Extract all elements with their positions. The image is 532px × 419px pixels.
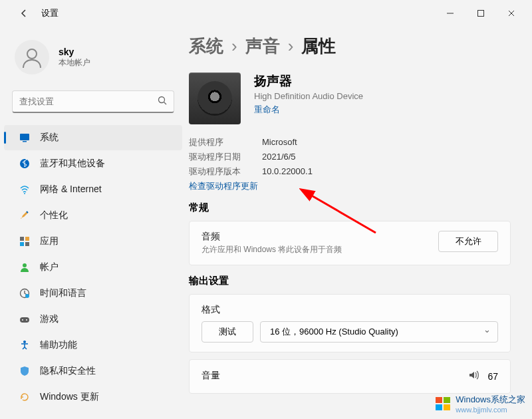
sidebar-item-accounts[interactable]: 帐户 — [4, 255, 182, 280]
svg-rect-11 — [20, 242, 24, 246]
chevron-right-icon: › — [231, 36, 237, 57]
maximize-button[interactable] — [466, 3, 496, 24]
volume-value: 67 — [487, 371, 498, 382]
svg-rect-9 — [20, 237, 24, 241]
svg-point-2 — [27, 49, 37, 59]
sidebar-item-apps[interactable]: 应用 — [4, 229, 182, 254]
windows-logo-icon — [434, 395, 452, 412]
driver-info: 提供程序Microsoft 驱动程序日期2021/6/5 驱动程序版本10.0.… — [189, 135, 511, 192]
bluetooth-icon — [19, 158, 31, 170]
disallow-button[interactable]: 不允许 — [438, 231, 498, 252]
driver-date-value: 2021/6/5 — [262, 150, 296, 164]
svg-rect-6 — [23, 141, 27, 142]
sidebar-item-label: 系统 — [40, 132, 59, 144]
svg-rect-10 — [25, 237, 29, 241]
user-name: sky — [59, 47, 90, 57]
svg-point-3 — [159, 96, 165, 102]
volume-title: 音量 — [201, 370, 460, 382]
person-icon — [19, 261, 31, 273]
sidebar-item-label: 帐户 — [40, 261, 59, 273]
svg-line-4 — [164, 102, 167, 104]
watermark: Windows系统之家 www.bjjmlv.com — [434, 394, 525, 414]
breadcrumb-current: 属性 — [301, 35, 336, 58]
window-title: 设置 — [41, 7, 59, 19]
svg-rect-1 — [478, 11, 484, 17]
sidebar-item-label: 隐私和安全性 — [40, 365, 96, 377]
sidebar-item-label: 时间和语言 — [40, 287, 86, 299]
sidebar-item-bluetooth[interactable]: 蓝牙和其他设备 — [4, 151, 182, 176]
sidebar-item-gaming[interactable]: 游戏 — [4, 307, 182, 332]
watermark-url: www.bjjmlv.com — [456, 406, 525, 414]
breadcrumb-system[interactable]: 系统 — [189, 35, 223, 58]
svg-point-18 — [26, 319, 27, 321]
sidebar-item-accessibility[interactable]: 辅助功能 — [4, 333, 182, 358]
svg-point-15 — [25, 294, 29, 298]
svg-rect-5 — [20, 134, 29, 140]
sidebar-item-personalization[interactable]: 个性化 — [4, 203, 182, 228]
device-name: 扬声器 — [254, 72, 363, 90]
sidebar-item-privacy[interactable]: 隐私和安全性 — [4, 358, 182, 384]
check-driver-update-link[interactable]: 检查驱动程序更新 — [189, 180, 511, 192]
audio-card: 音频 允许应用和 Windows 将此设备用于音频 不允许 — [189, 221, 511, 265]
avatar — [15, 40, 49, 74]
wifi-icon — [19, 184, 31, 196]
search-icon — [158, 96, 167, 108]
svg-point-17 — [22, 319, 23, 321]
display-icon — [19, 132, 31, 144]
sidebar-item-label: 应用 — [40, 235, 59, 247]
apps-icon — [19, 235, 31, 247]
volume-icon — [467, 369, 479, 384]
sidebar-item-windows-update[interactable]: Windows 更新 — [4, 384, 182, 410]
output-section-header: 输出设置 — [189, 275, 511, 287]
format-dropdown[interactable]: 16 位，96000 Hz (Studio Quality) — [260, 321, 498, 343]
close-button[interactable] — [496, 3, 527, 24]
accessibility-icon — [19, 339, 31, 351]
provider-label: 提供程序 — [189, 135, 249, 150]
shield-icon — [19, 365, 31, 377]
driver-version-label: 驱动程序版本 — [189, 164, 249, 179]
game-icon — [19, 313, 31, 325]
audio-desc: 允许应用和 Windows 将此设备用于音频 — [201, 244, 430, 255]
rename-link[interactable]: 重命名 — [254, 104, 363, 116]
svg-rect-22 — [444, 397, 450, 403]
user-block[interactable]: sky 本地帐户 — [0, 35, 186, 86]
format-card: 格式 测试 16 位，96000 Hz (Studio Quality) — [189, 294, 511, 352]
minimize-button[interactable] — [435, 3, 466, 24]
driver-date-label: 驱动程序日期 — [189, 150, 249, 164]
general-section-header: 常规 — [189, 202, 511, 214]
device-description: High Definition Audio Device — [254, 91, 363, 101]
svg-rect-24 — [444, 404, 450, 410]
svg-rect-12 — [25, 242, 29, 246]
back-button[interactable] — [13, 3, 35, 24]
brush-icon — [19, 210, 31, 221]
sidebar-item-network[interactable]: 网络 & Internet — [4, 177, 182, 202]
update-icon — [19, 391, 31, 403]
svg-rect-21 — [436, 397, 442, 403]
breadcrumb-sound[interactable]: 声音 — [245, 35, 280, 58]
sidebar-item-label: 个性化 — [40, 210, 68, 221]
svg-rect-16 — [20, 317, 29, 323]
breadcrumb: 系统 › 声音 › 属性 — [189, 35, 511, 58]
format-title: 格式 — [201, 304, 498, 316]
svg-point-19 — [23, 341, 26, 343]
audio-title: 音频 — [201, 231, 430, 243]
sidebar-item-time-language[interactable]: 时间和语言 — [4, 281, 182, 306]
driver-version-value: 10.0.22000.1 — [262, 164, 313, 179]
sidebar-item-label: 蓝牙和其他设备 — [40, 158, 105, 170]
time-icon — [19, 287, 31, 299]
volume-card: 音量 67 — [189, 359, 511, 394]
sidebar-item-label: 游戏 — [40, 313, 59, 325]
user-type: 本地帐户 — [59, 57, 90, 69]
svg-rect-23 — [436, 404, 442, 410]
search-field[interactable] — [19, 96, 158, 106]
svg-point-8 — [24, 193, 25, 194]
svg-point-13 — [23, 263, 27, 267]
sidebar-item-system[interactable]: 系统 — [4, 125, 182, 150]
sidebar-item-label: Windows 更新 — [40, 391, 99, 403]
search-input[interactable] — [12, 90, 174, 113]
speaker-device-icon — [189, 72, 241, 124]
chevron-right-icon: › — [288, 36, 294, 57]
sidebar-item-label: 辅助功能 — [40, 339, 77, 351]
test-button[interactable]: 测试 — [201, 321, 253, 343]
watermark-brand: Windows系统之家 — [456, 394, 525, 406]
